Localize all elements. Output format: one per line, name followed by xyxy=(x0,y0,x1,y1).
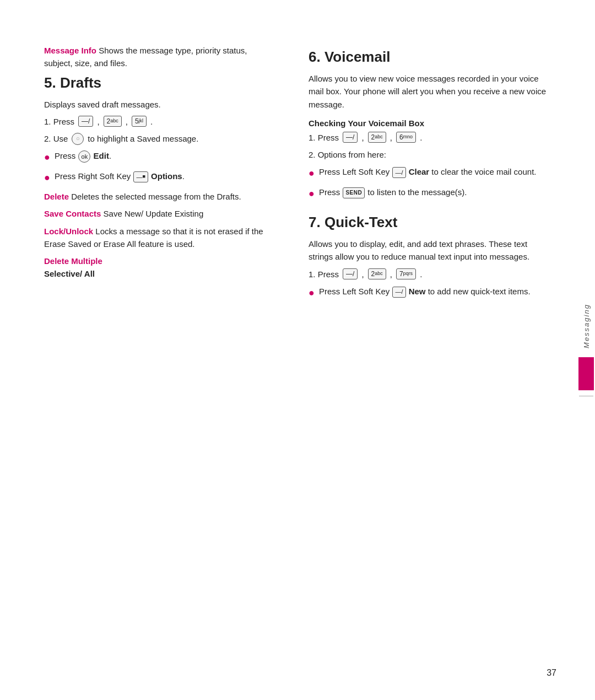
section6-bullet2: ● Press SEND to listen to the message(s)… xyxy=(309,186,551,202)
page-container: Message Info Shows the message type, pri… xyxy=(0,0,595,700)
bullet-v2-content: Press SEND to listen to the message(s). xyxy=(319,186,551,198)
section7-step1: 1. Press —/ , 2abc , 7pqrs . xyxy=(309,268,551,281)
key-menu-v: —/ xyxy=(343,132,358,143)
right-column: 6. Voicemail Allows you to view new voic… xyxy=(298,44,551,667)
key-2abc: 2abc xyxy=(104,116,122,127)
sidebar-label: Messaging xyxy=(582,298,591,354)
delete-multiple-block: Delete Multiple Selective/ All xyxy=(44,255,275,281)
key-2abc-v: 2abc xyxy=(368,132,386,143)
section7-bullet1: ● Press Left Soft Key —/ New to add new … xyxy=(309,285,551,301)
bullet-dot: ● xyxy=(44,150,50,165)
section5-description: Displays saved draft messages. xyxy=(44,98,275,111)
left-column: Message Info Shows the message type, pri… xyxy=(44,44,298,667)
section6-step1: 1. Press —/ , 2abc , 6mno . xyxy=(309,131,551,144)
key-7pqrs: 7pqrs xyxy=(396,268,416,279)
main-content: Message Info Shows the message type, pri… xyxy=(0,0,595,700)
delete-multiple-text: Selective/ All xyxy=(44,269,95,278)
bullet-dot-v1: ● xyxy=(309,166,315,181)
section7-title: 7. Quick-Text xyxy=(309,214,551,231)
section6-description: Allows you to view new voice messages re… xyxy=(309,72,551,111)
bullet-dot2: ● xyxy=(44,170,50,186)
delete-label: Delete xyxy=(44,192,69,201)
save-contacts-text: Save Contacts Save New/ Update Existing xyxy=(44,207,275,220)
sidebar-tab: Messaging xyxy=(577,298,595,402)
bullet-dot-v2: ● xyxy=(309,186,315,202)
message-info-label: Message Info xyxy=(44,46,96,55)
key-6mno: 6mno xyxy=(396,132,416,143)
sidebar-bar xyxy=(578,357,594,390)
section6-title: 6. Voicemail xyxy=(309,49,551,66)
key-left-soft-clear: —/ xyxy=(392,167,405,178)
message-info-text: Message Info Shows the message type, pri… xyxy=(44,44,275,70)
delete-text: Delete Deletes the selected message from… xyxy=(44,190,275,203)
key-menu: —/ xyxy=(78,116,93,127)
sidebar-separator xyxy=(579,396,593,396)
nav-key: ○ xyxy=(72,133,84,145)
section5-bullet1: ● Press ok Edit. xyxy=(44,149,275,165)
section5-title: 5. Drafts xyxy=(44,74,275,91)
bullet-dot-qt: ● xyxy=(309,286,315,301)
save-contacts-label: Save Contacts xyxy=(44,209,101,218)
key-left-soft-new: —/ xyxy=(392,287,405,298)
bullet1-content: Press ok Edit. xyxy=(55,149,275,163)
key-ok: ok xyxy=(78,150,90,163)
key-right-soft: ―■ xyxy=(133,171,148,182)
section6-bullet1: ● Press Left Soft Key —/ Clear to clear … xyxy=(309,165,551,181)
lock-unlock-label: Lock/Unlock xyxy=(44,227,93,236)
page-number: 37 xyxy=(547,668,556,678)
bullet-qt-content: Press Left Soft Key —/ New to add new qu… xyxy=(319,285,551,298)
key-send: SEND xyxy=(343,187,365,198)
section7-description: Allows you to display, edit, and add tex… xyxy=(309,238,551,263)
delete-multiple-label: Delete Multiple xyxy=(44,256,102,266)
section6-step2: 2. Options from here: xyxy=(309,148,551,161)
section5-bullet2: ● Press Right Soft Key ―■ Options. xyxy=(44,170,275,186)
lock-unlock-text: Lock/Unlock Locks a message so that it i… xyxy=(44,225,275,251)
checking-voicemail-title: Checking Your Voicemail Box xyxy=(309,119,551,128)
bullet-v1-content: Press Left Soft Key —/ Clear to clear th… xyxy=(319,165,551,178)
bullet2-content: Press Right Soft Key ―■ Options. xyxy=(55,170,275,182)
key-5jkl: 5jkl xyxy=(132,116,147,127)
section5-step2: 2. Use ○ to highlight a Saved message. xyxy=(44,132,275,145)
key-2abc-qt: 2abc xyxy=(368,268,386,279)
section5-step1: 1. Press —/ , 2abc , 5jkl . xyxy=(44,115,275,128)
key-menu-qt: —/ xyxy=(343,268,358,279)
